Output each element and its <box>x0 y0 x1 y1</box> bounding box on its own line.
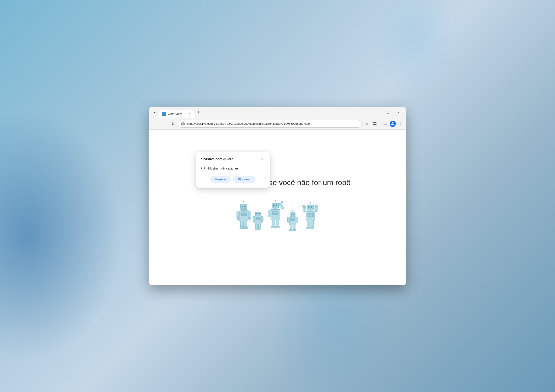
svg-rect-15 <box>242 206 243 207</box>
new-tab-button[interactable]: + <box>195 109 202 116</box>
svg-point-26 <box>237 217 239 219</box>
refresh-button[interactable]: ↻ <box>169 120 176 128</box>
address-bar-area: ← → ↻ https://allvislive.com/VYDvHJBEJA8… <box>149 118 406 130</box>
bookmark-button[interactable]: ☆ <box>363 120 371 128</box>
svg-rect-67 <box>291 214 292 215</box>
svg-point-46 <box>275 200 276 201</box>
svg-rect-28 <box>241 221 243 227</box>
tab-title: Click Allow <box>168 112 186 115</box>
svg-rect-58 <box>279 202 284 210</box>
address-bar[interactable]: https://allvislive.com/VYDvHJBEJA8L2cdLc… <box>178 120 362 128</box>
tab-dropdown-button[interactable] <box>151 109 158 116</box>
svg-rect-3 <box>375 122 376 123</box>
svg-rect-25 <box>248 211 251 218</box>
svg-rect-76 <box>289 229 292 231</box>
svg-point-71 <box>292 219 293 220</box>
svg-rect-30 <box>240 227 244 228</box>
svg-rect-39 <box>253 216 255 222</box>
svg-rect-87 <box>307 213 314 217</box>
svg-rect-24 <box>237 211 239 218</box>
svg-rect-82 <box>307 205 314 210</box>
svg-rect-61 <box>276 220 279 227</box>
bookmark-icon: ☆ <box>365 121 368 126</box>
tab-favicon <box>162 112 166 116</box>
svg-rect-4 <box>373 124 375 125</box>
svg-point-50 <box>273 206 274 207</box>
svg-rect-85 <box>309 210 311 211</box>
svg-rect-62 <box>271 226 275 228</box>
sidebar-icon <box>383 121 387 126</box>
security-icon <box>181 121 185 126</box>
svg-rect-38 <box>256 217 261 220</box>
allow-button[interactable]: Permitir <box>210 176 231 183</box>
svg-rect-97 <box>307 221 310 228</box>
svg-rect-98 <box>311 221 314 228</box>
browser-window: Click Allow × + — □ ✕ ← → ↻ <box>149 107 406 285</box>
bell-icon <box>201 165 205 171</box>
svg-rect-83 <box>308 206 310 207</box>
tab-strip: Click Allow × + <box>159 108 371 117</box>
window-controls: — □ ✕ <box>372 109 404 116</box>
svg-point-96 <box>315 207 317 208</box>
popup-permission-text: Mostrar notificaciones <box>208 167 239 170</box>
sidebar-button[interactable] <box>382 120 389 128</box>
svg-rect-47 <box>272 203 279 208</box>
back-button[interactable]: ← <box>151 120 159 128</box>
maximize-button[interactable]: □ <box>383 109 393 116</box>
svg-point-1 <box>182 122 184 125</box>
svg-rect-77 <box>293 229 296 231</box>
svg-rect-2 <box>373 122 375 123</box>
svg-rect-48 <box>273 204 275 206</box>
svg-point-52 <box>276 206 276 207</box>
close-button[interactable]: ✕ <box>394 109 404 116</box>
svg-point-13 <box>243 201 244 202</box>
toolbar-icons: ☆ <box>363 120 404 128</box>
svg-rect-44 <box>258 228 261 229</box>
svg-rect-99 <box>306 227 310 229</box>
profile-icon <box>391 121 395 126</box>
svg-point-21 <box>242 213 243 214</box>
tab-close-button[interactable]: × <box>187 112 192 116</box>
popup-buttons: Permitir Bloquear <box>201 176 265 183</box>
menu-icon <box>398 121 402 126</box>
menu-button[interactable] <box>396 120 404 128</box>
svg-rect-35 <box>256 213 257 214</box>
svg-rect-90 <box>307 215 312 216</box>
svg-point-11 <box>400 124 401 125</box>
svg-rect-72 <box>287 217 289 222</box>
svg-rect-29 <box>244 221 247 227</box>
minimize-button[interactable]: — <box>372 109 382 116</box>
svg-point-79 <box>310 202 311 203</box>
svg-rect-16 <box>244 206 246 207</box>
toolbar-divider <box>380 121 380 126</box>
svg-point-59 <box>281 201 283 203</box>
active-tab[interactable]: Click Allow × <box>159 110 195 118</box>
page-content: allvislive.com quiere × Mostrar notifica… <box>149 130 406 285</box>
svg-rect-6 <box>384 122 387 125</box>
popup-close-button[interactable]: × <box>259 156 265 162</box>
svg-rect-53 <box>274 208 276 209</box>
svg-rect-65 <box>292 210 293 211</box>
svg-point-8 <box>392 122 394 123</box>
svg-rect-49 <box>276 204 277 206</box>
svg-rect-17 <box>242 207 246 208</box>
svg-rect-60 <box>272 220 275 227</box>
popup-site-name: allvislive.com quiere <box>201 157 233 161</box>
svg-point-9 <box>400 122 401 122</box>
svg-rect-36 <box>259 213 260 214</box>
svg-rect-57 <box>268 210 271 216</box>
extensions-button[interactable] <box>371 120 379 128</box>
forward-button[interactable]: → <box>160 120 168 128</box>
svg-rect-73 <box>296 217 298 222</box>
svg-rect-100 <box>310 227 314 229</box>
notification-popup: allvislive.com quiere × Mostrar notifica… <box>196 152 270 188</box>
svg-rect-5 <box>375 124 376 125</box>
extensions-icon <box>373 121 377 126</box>
block-button[interactable]: Bloquear <box>233 176 256 183</box>
svg-rect-31 <box>243 227 248 228</box>
svg-rect-68 <box>293 214 295 215</box>
svg-point-23 <box>245 213 246 214</box>
svg-point-33 <box>258 209 259 210</box>
svg-point-95 <box>304 207 305 208</box>
profile-button[interactable] <box>390 121 396 127</box>
